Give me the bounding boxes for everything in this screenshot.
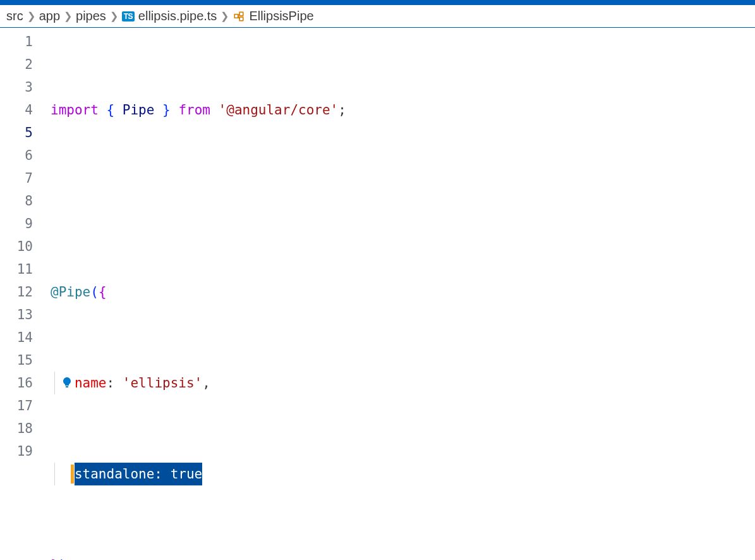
code-line[interactable]: }) bbox=[51, 554, 755, 560]
line-number[interactable]: 2 bbox=[0, 53, 33, 76]
line-number[interactable]: 1 bbox=[0, 30, 33, 53]
svg-rect-0 bbox=[235, 14, 239, 18]
line-number-active[interactable]: 5 bbox=[0, 121, 33, 144]
breadcrumb-item[interactable]: pipes bbox=[76, 9, 106, 23]
paren: ( bbox=[90, 281, 99, 303]
svg-rect-1 bbox=[240, 12, 244, 16]
svg-rect-2 bbox=[240, 17, 244, 21]
string-literal: '@angular/core' bbox=[219, 99, 339, 121]
line-number[interactable]: 13 bbox=[0, 303, 33, 326]
diff-modified-marker bbox=[71, 465, 74, 484]
breadcrumb-item[interactable]: app bbox=[39, 9, 60, 23]
breadcrumb-item[interactable]: src bbox=[6, 9, 23, 23]
line-number[interactable]: 4 bbox=[0, 99, 33, 121]
typescript-file-icon: TS bbox=[122, 11, 135, 21]
line-number[interactable]: 15 bbox=[0, 349, 33, 372]
line-number[interactable]: 8 bbox=[0, 190, 33, 212]
line-number[interactable]: 12 bbox=[0, 281, 33, 303]
paren: ) bbox=[59, 554, 67, 560]
line-number[interactable]: 14 bbox=[0, 326, 33, 349]
line-number[interactable]: 19 bbox=[0, 440, 33, 463]
keyword-import: import bbox=[51, 99, 99, 121]
indent-guide bbox=[54, 463, 55, 485]
property-name: name bbox=[75, 372, 107, 394]
indent-guide bbox=[54, 372, 55, 394]
brace: } bbox=[162, 99, 171, 121]
brace: } bbox=[51, 554, 59, 560]
decorator-at: @ bbox=[51, 281, 59, 303]
line-number[interactable]: 17 bbox=[0, 394, 33, 417]
line-number[interactable]: 18 bbox=[0, 417, 33, 440]
keyword-from: from bbox=[178, 99, 210, 121]
code-line-active[interactable]: standalone: true bbox=[51, 463, 755, 485]
decorator-name: Pipe bbox=[59, 281, 91, 303]
chevron-right-icon: ❯ bbox=[27, 10, 35, 22]
line-number[interactable]: 3 bbox=[0, 76, 33, 99]
class-symbol-icon bbox=[233, 10, 245, 23]
brace: { bbox=[107, 99, 115, 121]
line-number[interactable]: 16 bbox=[0, 372, 33, 394]
punct: , bbox=[202, 372, 210, 394]
text-selection: standalone: true bbox=[75, 463, 202, 485]
chevron-right-icon: ❯ bbox=[110, 10, 118, 22]
chevron-right-icon: ❯ bbox=[64, 10, 72, 22]
code-content[interactable]: import { Pipe } from '@angular/core'; @P… bbox=[51, 30, 755, 560]
line-number-gutter: 1 2 3 4 5 6 7 8 9 10 11 12 13 14 15 16 1… bbox=[0, 30, 51, 560]
line-number[interactable]: 6 bbox=[0, 144, 33, 167]
code-line[interactable]: import { Pipe } from '@angular/core'; bbox=[51, 99, 755, 121]
breadcrumb: src ❯ app ❯ pipes ❯ TS ellipsis.pipe.ts … bbox=[0, 5, 755, 28]
top-accent-bar bbox=[0, 0, 755, 5]
breadcrumb-file[interactable]: ellipsis.pipe.ts bbox=[138, 9, 217, 23]
line-number[interactable]: 11 bbox=[0, 258, 33, 281]
chevron-right-icon: ❯ bbox=[220, 10, 229, 22]
lightbulb-icon[interactable] bbox=[62, 377, 72, 389]
code-line[interactable] bbox=[51, 190, 755, 212]
brace: { bbox=[99, 281, 107, 303]
line-number[interactable]: 9 bbox=[0, 212, 33, 235]
punct: ; bbox=[338, 99, 346, 121]
code-line[interactable]: @Pipe({ bbox=[51, 281, 755, 303]
code-editor[interactable]: 1 2 3 4 5 6 7 8 9 10 11 12 13 14 15 16 1… bbox=[0, 28, 755, 560]
line-number[interactable]: 7 bbox=[0, 167, 33, 190]
identifier: Pipe bbox=[123, 99, 155, 121]
line-number[interactable]: 10 bbox=[0, 235, 33, 258]
breadcrumb-symbol[interactable]: EllipsisPipe bbox=[249, 9, 313, 23]
string-literal: 'ellipsis' bbox=[123, 372, 202, 394]
punct: : bbox=[107, 372, 115, 394]
svg-line-4 bbox=[238, 16, 239, 19]
code-line[interactable]: name: 'ellipsis', bbox=[51, 372, 755, 394]
